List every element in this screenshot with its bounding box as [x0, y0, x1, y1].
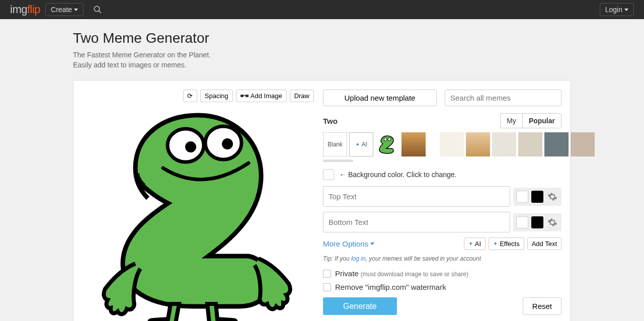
glasses-icon	[240, 94, 249, 99]
bottom-text-input[interactable]	[323, 212, 510, 232]
bgcolor-swatch[interactable]	[323, 169, 334, 180]
ai-button[interactable]: ✦AI	[464, 237, 486, 250]
watermark-checkbox[interactable]	[323, 283, 331, 291]
svg-rect-4	[244, 95, 246, 96]
svg-point-7	[185, 141, 196, 152]
create-menu[interactable]: Create	[45, 3, 84, 16]
watermark-label: Remove "imgflip.com" watermark	[335, 283, 446, 291]
two-character-image	[93, 108, 304, 321]
chevron-down-icon	[74, 9, 78, 11]
reset-button[interactable]: Reset	[523, 297, 561, 315]
generate-button[interactable]: Generate	[323, 297, 397, 315]
template-strip: Blank ✦ AI	[323, 132, 561, 156]
template-thumb[interactable]	[440, 132, 464, 156]
svg-point-0	[94, 6, 100, 12]
effects-button[interactable]: ✦Effects	[489, 237, 524, 250]
gear-icon[interactable]	[546, 216, 558, 228]
login-link[interactable]: log in	[351, 255, 366, 262]
outline-color-black[interactable]	[531, 191, 543, 203]
template-thumb[interactable]	[466, 132, 490, 156]
upload-template-button[interactable]: Upload new template	[323, 90, 437, 106]
top-nav: imgflip Create Login	[0, 0, 644, 19]
svg-rect-3	[246, 95, 249, 97]
text-color-white[interactable]	[516, 191, 528, 203]
template-ai[interactable]: ✦ AI	[349, 132, 373, 156]
login-tip: Tip: If you log in, your memes will be s…	[323, 255, 561, 262]
meme-canvas[interactable]	[83, 105, 314, 321]
chevron-down-icon	[370, 243, 374, 245]
template-blank[interactable]: Blank	[323, 132, 347, 156]
svg-point-8	[222, 138, 233, 149]
chevron-down-icon	[624, 9, 628, 11]
search-memes-input[interactable]	[445, 90, 561, 106]
page-title: Two Meme Generator	[73, 30, 571, 46]
template-thumb[interactable]	[375, 132, 399, 156]
generator-panel: ⟳ Spacing Add Image Draw	[73, 80, 571, 321]
more-options-toggle[interactable]: More Options	[323, 239, 374, 248]
outline-color-black[interactable]	[531, 216, 543, 228]
template-thumb[interactable]	[518, 132, 542, 156]
page-subtitle: The Fastest Meme Generator on the Planet…	[73, 50, 224, 70]
current-template-name: Two	[323, 117, 338, 125]
rotate-button[interactable]: ⟳	[183, 90, 197, 102]
add-text-button[interactable]: Add Text	[527, 237, 561, 250]
gear-icon[interactable]	[546, 191, 558, 203]
draw-button[interactable]: Draw	[290, 90, 314, 102]
add-image-button[interactable]: Add Image	[236, 90, 287, 102]
template-thumb[interactable]	[544, 132, 569, 156]
template-thumb[interactable]	[571, 132, 595, 156]
search-icon[interactable]	[93, 5, 103, 15]
template-thumb[interactable]	[401, 132, 426, 156]
svg-point-10	[388, 138, 391, 141]
top-text-input[interactable]	[323, 186, 510, 207]
svg-line-1	[99, 11, 101, 13]
login-menu[interactable]: Login	[600, 3, 634, 16]
text-color-white[interactable]	[516, 216, 528, 228]
private-checkbox[interactable]	[323, 270, 331, 278]
template-thumb[interactable]	[492, 132, 516, 156]
spacing-button[interactable]: Spacing	[200, 90, 233, 102]
bgcolor-hint: ← Background color. Click to change.	[339, 171, 456, 179]
svg-rect-2	[240, 95, 244, 97]
scrollbar-thumb[interactable]	[323, 159, 353, 162]
svg-point-9	[384, 138, 387, 141]
logo[interactable]: imgflip	[10, 3, 40, 16]
tab-popular[interactable]: Popular	[522, 113, 561, 128]
private-label: Private (must download image to save or …	[335, 269, 468, 278]
tab-my[interactable]: My	[500, 113, 522, 128]
